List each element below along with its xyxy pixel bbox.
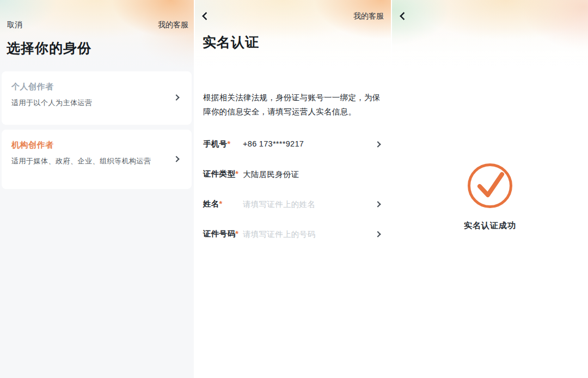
screen-choose-identity: 取消 我的客服 选择你的身份 个人创作者 适用于以个人为主体运营 机构创作者 适… [0, 0, 194, 378]
field-label: 证件号码 [203, 229, 235, 238]
form-row-id-number[interactable]: 证件号码* 请填写证件上的号码 [203, 229, 383, 241]
field-label: 姓名 [203, 199, 219, 208]
chevron-right-icon [375, 141, 381, 147]
customer-service-link[interactable]: 我的客服 [353, 11, 384, 21]
identity-card-organization[interactable]: 机构创作者 适用于媒体、政府、企业、组织等机构运营 [2, 130, 192, 189]
page-title: 实名认证 [203, 33, 259, 51]
triple-screen-layout: 取消 我的客服 选择你的身份 个人创作者 适用于以个人为主体运营 机构创作者 适… [0, 0, 588, 378]
legal-description: 根据相关法律法规，身份证与账号一一绑定，为保障你的信息安全，请填写运营人实名信息… [203, 90, 384, 119]
form-row-phone[interactable]: 手机号* +86 173****9217 [203, 139, 383, 151]
header-gradient [392, 0, 588, 82]
success-message: 实名认证成功 [392, 221, 588, 231]
form-row-name[interactable]: 姓名* 请填写证件上的姓名 [203, 199, 383, 211]
page-title: 选择你的身份 [7, 39, 91, 57]
required-asterisk: * [219, 199, 223, 208]
screen-realname-form: 我的客服 实名认证 根据相关法律法规，身份证与账号一一绑定，为保障你的信息安全，… [195, 0, 391, 378]
card-title: 机构创作者 [11, 140, 182, 150]
card-subtitle: 适用于媒体、政府、企业、组织等机构运营 [11, 156, 152, 167]
back-icon[interactable] [400, 12, 408, 21]
cancel-button[interactable]: 取消 [7, 20, 22, 30]
card-title: 个人创作者 [11, 82, 182, 92]
back-icon[interactable] [202, 12, 211, 21]
chevron-right-icon [173, 94, 179, 100]
field-placeholder: 请填写证件上的姓名 [243, 199, 315, 210]
chevron-right-icon [375, 231, 381, 237]
form-row-id-type: 证件类型* 大陆居民身份证 [203, 169, 383, 181]
required-asterisk: * [235, 229, 238, 238]
required-asterisk: * [235, 169, 238, 178]
identity-card-personal[interactable]: 个人创作者 适用于以个人为主体运营 [2, 71, 192, 125]
field-label: 证件类型 [203, 169, 235, 178]
chevron-right-icon [173, 156, 179, 162]
field-value: 大陆居民身份证 [243, 169, 299, 180]
field-label: 手机号 [203, 139, 227, 148]
check-circle-icon [467, 163, 513, 209]
card-subtitle: 适用于以个人为主体运营 [11, 97, 152, 108]
chevron-right-icon [375, 201, 381, 207]
field-value: +86 173****9217 [243, 139, 304, 148]
customer-service-link[interactable]: 我的客服 [158, 20, 188, 30]
required-asterisk: * [227, 139, 230, 148]
screen-realname-success: 实名认证成功 [392, 0, 588, 378]
field-placeholder: 请填写证件上的号码 [243, 229, 315, 240]
